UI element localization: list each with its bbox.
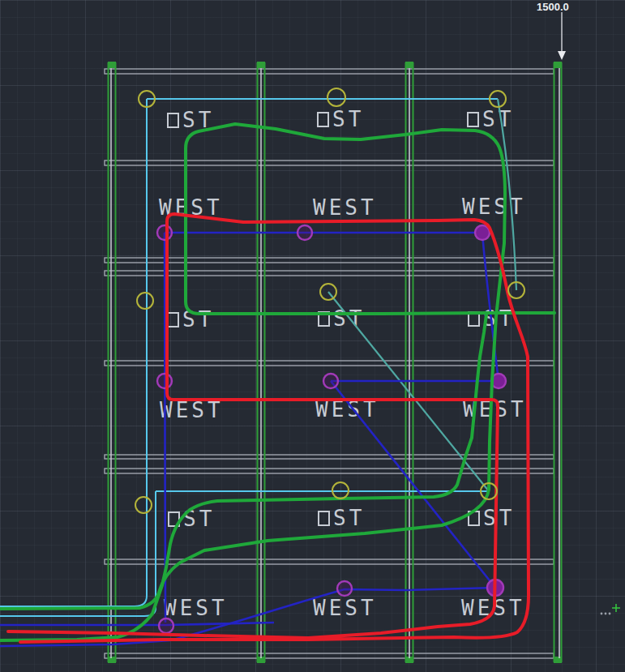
crosshair-marker (601, 604, 620, 614)
yellow-node-circles (135, 88, 524, 513)
navy-cable-routes (0, 233, 499, 646)
dimension-leader-line (558, 12, 566, 60)
cyan-cable-routes (0, 99, 498, 616)
red-cable-route (8, 214, 529, 642)
dimension-label: 1500.0 (537, 1, 569, 13)
purple-node-circles (157, 225, 506, 633)
cad-drawing-canvas[interactable]: ST ST ST WEST WEST WEST ST ST ST WEST WE… (0, 0, 625, 672)
green-cable-routes (0, 124, 554, 640)
drawing-geometry (0, 0, 625, 672)
